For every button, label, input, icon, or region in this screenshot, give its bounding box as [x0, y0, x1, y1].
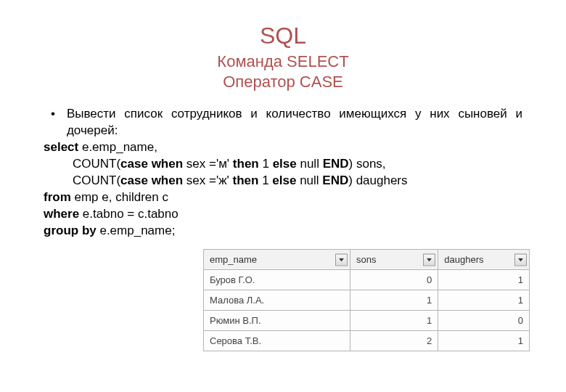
sql-text: null	[297, 157, 323, 171]
sql-text: e.emp_name;	[97, 224, 176, 237]
sql-text: ) daughers	[348, 173, 407, 187]
sql-text: e.tabno = c.tabno	[79, 207, 179, 221]
table-row: Рюмин В.П. 1 0	[204, 311, 530, 331]
svg-marker-0	[339, 258, 344, 261]
dropdown-icon[interactable]	[335, 253, 348, 266]
cell-emp_name: Малова Л.А.	[204, 290, 350, 311]
kw-then: then	[233, 173, 259, 187]
table-header-emp_name[interactable]: emp_name	[204, 250, 350, 270]
sql-text: 1	[258, 173, 272, 187]
cell-emp_name: Рюмин В.П.	[204, 311, 350, 331]
table-header-sons[interactable]: sons	[350, 250, 438, 270]
sql-text: null	[296, 173, 322, 187]
sql-line-4: from emp e, children c	[44, 189, 522, 206]
table-row: Малова Л.А. 1 1	[204, 290, 530, 311]
header-label: emp_name	[210, 254, 257, 265]
kw-then: then	[233, 157, 259, 171]
result-table-wrap: emp_name sons daughers	[203, 249, 530, 351]
table-row: Буров Г.О. 0 1	[204, 270, 530, 290]
sql-text: e.emp_name,	[78, 140, 157, 154]
kw-end: END	[323, 157, 349, 171]
sql-text: sex ='м'	[183, 157, 233, 171]
table-header-row: emp_name sons daughers	[204, 250, 530, 270]
table-header-daughers[interactable]: daughers	[438, 250, 530, 270]
cell-sons: 0	[350, 270, 438, 290]
header-label: sons	[356, 254, 376, 265]
svg-marker-2	[518, 258, 523, 261]
dropdown-icon[interactable]	[423, 253, 435, 266]
sql-line-6: group by e.emp_name;	[44, 223, 522, 240]
sql-text: 1	[259, 157, 273, 171]
sql-text: sex ='ж'	[183, 173, 232, 187]
sql-text: COUNT(	[73, 157, 120, 171]
kw-select: select	[44, 140, 78, 154]
page-title: SQL	[44, 22, 522, 49]
cell-emp_name: Серова Т.В.	[204, 331, 350, 351]
kw-else: else	[272, 173, 296, 187]
kw-from: from	[44, 190, 71, 204]
sql-text: emp e, children c	[71, 190, 168, 204]
bullet-icon: •	[51, 106, 55, 123]
header-label: daughers	[444, 254, 483, 265]
sql-text: COUNT(	[73, 173, 120, 187]
cell-daughers: 0	[438, 311, 530, 331]
table-row: Серова Т.В. 2 1	[204, 331, 530, 351]
sql-line-3: COUNT(case when sex ='ж' then 1 else nul…	[73, 173, 522, 189]
cell-daughers: 1	[438, 270, 530, 290]
kw-where: where	[44, 207, 79, 221]
content: • Вывести список сотрудников и количеств…	[44, 106, 522, 240]
sql-line-2: COUNT(case when sex ='м' then 1 else nul…	[73, 156, 522, 173]
subtitle-1: Команда SELECT	[44, 52, 522, 71]
sql-text: ) sons,	[349, 157, 386, 171]
sql-line-5: where e.tabno = c.tabno	[44, 206, 522, 223]
kw-case-when: case when	[120, 157, 183, 171]
title-block: SQL Команда SELECT Оператор CASE	[44, 22, 522, 91]
cell-sons: 2	[350, 331, 438, 351]
dropdown-icon[interactable]	[514, 253, 527, 266]
cell-sons: 1	[350, 311, 438, 331]
sql-line-1: select e.emp_name,	[44, 139, 522, 156]
kw-groupby: group by	[44, 224, 97, 237]
result-table: emp_name sons daughers	[203, 249, 530, 351]
kw-end: END	[322, 173, 348, 187]
cell-daughers: 1	[438, 331, 530, 351]
svg-marker-1	[427, 258, 432, 261]
bullet-row: • Вывести список сотрудников и количеств…	[44, 106, 522, 139]
cell-emp_name: Буров Г.О.	[204, 270, 350, 290]
cell-daughers: 1	[438, 290, 530, 311]
kw-else: else	[273, 157, 297, 171]
slide: SQL Команда SELECT Оператор CASE • Вывес…	[0, 0, 566, 261]
kw-case-when: case when	[120, 173, 183, 187]
description-text: Вывести список сотрудников и количество …	[67, 106, 522, 139]
cell-sons: 1	[350, 290, 438, 311]
subtitle-2: Оператор CASE	[44, 73, 522, 91]
